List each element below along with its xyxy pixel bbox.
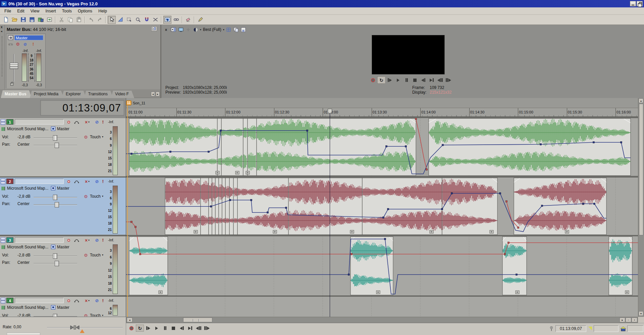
- automation-caret-icon[interactable]: ▾: [102, 253, 103, 256]
- track-restore-button[interactable]: [1, 301, 5, 303]
- track-name-field[interactable]: [15, 179, 64, 184]
- track-minimize-button[interactable]: [1, 298, 5, 300]
- overlay-grid-icon[interactable]: [225, 27, 232, 33]
- normal-edit-tool-icon[interactable]: [108, 16, 116, 24]
- automation-settings-icon[interactable]: ⚙: [84, 194, 88, 199]
- vol-value[interactable]: -2,8 dB: [17, 135, 31, 139]
- track-restore-button[interactable]: [1, 240, 5, 243]
- track-number-badge[interactable]: 3: [6, 237, 13, 243]
- vol-value[interactable]: -2.8 dB: [17, 313, 31, 317]
- record-arm-button[interactable]: [66, 238, 72, 243]
- track-fx-button[interactable]: ×▾: [83, 179, 92, 184]
- master-fader-thumb[interactable]: [10, 63, 18, 69]
- marker-row[interactable]: 11 Son_11: [126, 98, 638, 108]
- panel-grip[interactable]: [2, 36, 3, 77]
- zoom-out-button[interactable]: −: [626, 318, 631, 322]
- track-number-badge[interactable]: 1: [6, 119, 13, 125]
- channel-window-icon[interactable]: [8, 35, 13, 40]
- solo-button[interactable]: !: [101, 298, 105, 303]
- auto-crossfade-icon[interactable]: [151, 16, 159, 24]
- tab-scroll-right-button[interactable]: ▸: [156, 92, 160, 96]
- title-bar[interactable]: 0% (30 of 30) - Son Nu.veg - Vegas Pro 1…: [0, 0, 644, 7]
- track-minimize-button[interactable]: [1, 119, 5, 122]
- time-ruler[interactable]: 01:11:0001:11:3001:12:0001:12:3001:13:00…: [126, 108, 638, 117]
- menu-edit[interactable]: Edit: [14, 8, 28, 14]
- scroll-down-button[interactable]: ▾: [639, 311, 643, 316]
- play-button[interactable]: [153, 325, 161, 332]
- menu-tools[interactable]: Tools: [59, 8, 75, 14]
- record-button[interactable]: [127, 325, 136, 332]
- selection-edit-tool-icon[interactable]: [125, 16, 133, 24]
- record-arm-button[interactable]: [66, 179, 72, 184]
- track-restore-button[interactable]: [1, 122, 5, 125]
- mute-button[interactable]: ⊘: [94, 298, 100, 303]
- pan-value[interactable]: Center: [17, 260, 30, 265]
- rate-value[interactable]: 0,00: [13, 325, 21, 329]
- new-file-icon[interactable]: [2, 16, 10, 24]
- device-name[interactable]: Microsoft Sound Map...: [7, 127, 48, 131]
- automation-mode[interactable]: Touch: [90, 313, 101, 317]
- trimmer-icon[interactable]: T: [163, 16, 171, 24]
- solo-button[interactable]: !: [101, 119, 105, 125]
- pen-icon[interactable]: [196, 16, 204, 24]
- automation-settings-icon[interactable]: ⚙: [84, 313, 88, 317]
- horizontal-scroll-thumb[interactable]: [183, 318, 212, 322]
- bus-icon[interactable]: [51, 127, 55, 131]
- timecode-display[interactable]: 01:13:09,07: [40, 100, 124, 115]
- scroll-right-button[interactable]: ▸: [620, 318, 625, 322]
- tab-video-f[interactable]: Video F: [111, 91, 134, 98]
- vol-slider-thumb[interactable]: [53, 314, 57, 317]
- redo-icon[interactable]: [96, 16, 104, 24]
- play-from-start-button[interactable]: [144, 325, 152, 332]
- horizontal-scrollbar[interactable]: ◂ ▸ − +: [126, 317, 638, 323]
- bus-icon[interactable]: [51, 245, 55, 249]
- quality-caret-icon[interactable]: ▾: [200, 28, 201, 31]
- vol-value[interactable]: -2,8 dB: [17, 253, 31, 257]
- menu-file[interactable]: File: [1, 8, 14, 14]
- track-header-1[interactable]: 1×▾⊘!-Inf.Microsoft Sound Map...MasterVo…: [0, 118, 126, 177]
- grab-frame-icon[interactable]: ✛: [185, 27, 192, 33]
- vol-slider-thumb[interactable]: [53, 135, 57, 141]
- play-button[interactable]: [394, 77, 402, 84]
- automation-caret-icon[interactable]: ▾: [102, 195, 103, 198]
- track-name-field[interactable]: [15, 119, 64, 125]
- paste-icon[interactable]: [75, 16, 83, 24]
- pin-preview-icon[interactable]: [170, 27, 177, 33]
- mute-icon[interactable]: ⊘: [22, 42, 28, 47]
- marker-label[interactable]: Son_11: [133, 101, 145, 105]
- save-icon[interactable]: [19, 16, 27, 24]
- erase-icon[interactable]: [184, 16, 192, 24]
- meter-left-value[interactable]: -0,3: [22, 83, 28, 87]
- loop-playback-button[interactable]: ↻: [136, 325, 144, 332]
- tab-scroll-left-button[interactable]: ◂: [151, 92, 155, 96]
- external-monitor-icon[interactable]: [177, 27, 184, 33]
- record-arm-button[interactable]: [66, 119, 72, 125]
- copy-icon[interactable]: [66, 16, 74, 24]
- quality-caret-icon[interactable]: ▾: [223, 28, 224, 31]
- project-properties-icon[interactable]: ?: [28, 16, 36, 24]
- mute-button[interactable]: ⊘: [94, 179, 100, 184]
- scroll-left-button[interactable]: ◂: [127, 318, 132, 322]
- track-envelope-button[interactable]: [74, 298, 80, 303]
- vertical-scroll-thumb[interactable]: [639, 104, 643, 235]
- track-minimize-button[interactable]: [1, 237, 5, 240]
- menu-insert[interactable]: Insert: [43, 8, 59, 14]
- marker-flag[interactable]: 11: [126, 100, 131, 105]
- device-name[interactable]: Microsoft Sound Map...: [7, 305, 48, 310]
- pan-slider-thumb[interactable]: [55, 143, 59, 148]
- track-envelope-button[interactable]: [74, 179, 80, 184]
- cut-icon[interactable]: [57, 16, 65, 24]
- solo-button[interactable]: !: [101, 179, 105, 184]
- envelope-edit-tool-icon[interactable]: [116, 16, 124, 24]
- undo-icon[interactable]: [87, 16, 95, 24]
- next-frame-button[interactable]: [203, 325, 211, 332]
- mute-button[interactable]: ⊘: [94, 119, 100, 125]
- vol-slider-thumb[interactable]: [53, 253, 57, 259]
- minimize-button[interactable]: [630, 1, 636, 6]
- go-to-end-button[interactable]: [428, 77, 436, 84]
- go-to-end-button[interactable]: [186, 325, 194, 332]
- status-field[interactable]: [627, 325, 643, 332]
- track-number-badge[interactable]: 4: [6, 298, 13, 303]
- tab-master-bus[interactable]: Master Bus: [1, 90, 32, 98]
- tab-project-media[interactable]: Project Media: [30, 91, 64, 98]
